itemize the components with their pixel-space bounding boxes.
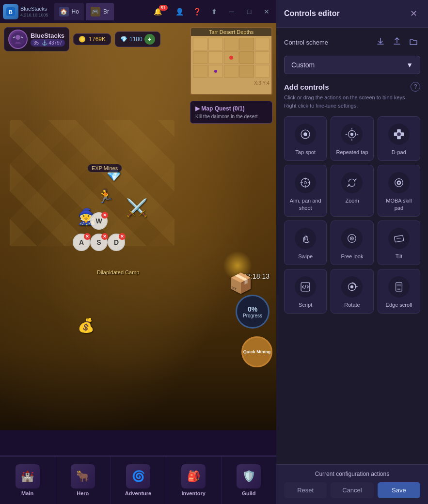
key-w-close[interactable]: ✕ [101,212,108,219]
nav-label-inventory: Inventory [181,490,206,496]
key-w[interactable]: W✕ [90,212,108,230]
player-avatar [8,30,28,49]
scheme-row: Control scheme [284,35,420,49]
progress-label: Progress [243,313,262,318]
key-s-close[interactable]: ✕ [101,233,108,240]
nav-icon-guild: 🛡️ [237,464,261,488]
panel-content: Control scheme [276,28,428,464]
control-dpad-label: D-pad [392,149,406,156]
tab-browser-label: Br [103,8,109,15]
free-look-icon [341,228,363,249]
control-aim-pan-shoot-label: Aim, pan and shoot [288,197,322,211]
nav-item-main[interactable]: 🏰 Main [0,457,55,504]
panel-footer: Current configuration actions Reset Canc… [276,464,428,504]
help-btn[interactable]: ❓ [190,5,204,18]
controls-grid: Tap spot Repeated tap [284,116,420,314]
panel-header: Controls editor ✕ [276,0,428,28]
add-controls-title: Add controls [284,83,329,91]
gold-display: 🪙 1769K [73,33,111,45]
close-window-btn[interactable]: ✕ [260,5,273,18]
scheme-download-btn[interactable] [374,35,387,49]
notification-btn[interactable]: 🔔51 [155,5,169,18]
control-tap-spot-label: Tap spot [295,149,316,156]
scheme-title: Control scheme [284,39,328,46]
svg-point-29 [350,285,353,288]
control-script[interactable]: Script [284,269,327,314]
account-btn[interactable]: 👤 [173,5,186,18]
quick-mining-btn[interactable]: Quick Mining [241,336,272,367]
add-controls-desc: Click or drag the actions on the screen … [284,94,420,110]
control-aim-pan-shoot[interactable]: Aim, pan and shoot [284,165,327,217]
scheme-upload-btn[interactable] [390,35,404,49]
nav-label-hero: Hero [77,490,89,496]
add-gems-btn[interactable]: + [144,34,155,45]
control-rotate[interactable]: Rotate [331,269,373,314]
control-tilt[interactable]: Tilt [378,220,420,265]
import-btn[interactable]: ⬆ [207,5,221,18]
nav-item-guild[interactable]: 🛡️ Guild [222,457,276,504]
gold-icon: 🪙 [79,36,86,43]
nav-label-adventure: Adventure [125,490,151,496]
character-sprite-3: 🏃 [97,188,114,204]
chest-sprite[interactable]: 📦 [229,272,253,295]
control-tap-spot[interactable]: Tap spot [284,116,327,161]
save-btn[interactable]: Save [378,482,420,498]
control-moba-skill-pad[interactable]: MOBA skill pad [378,165,420,217]
game-area[interactable]: BlueStacks 35 ⚓ 43797 🪙 1769K 💎 1180 + T… [0,23,276,430]
control-swipe-label: Swipe [298,253,313,260]
control-edge-scroll[interactable]: Edge scroll [378,269,420,314]
svg-point-7 [350,133,353,136]
gem-amount: 1180 [129,36,143,43]
key-a[interactable]: A✕ [73,234,90,251]
notification-count: 51 [159,5,168,11]
reset-btn[interactable]: Reset [284,482,327,498]
scheme-selected: Custom [291,61,315,69]
key-d[interactable]: D✕ [108,234,125,251]
app-version: 4.210.10.1005 [20,13,48,17]
control-free-look[interactable]: Free look [331,220,373,265]
add-controls-help[interactable]: ? [411,82,420,92]
control-repeated-tap[interactable]: Repeated tap [331,116,373,161]
cancel-btn[interactable]: Cancel [331,482,373,498]
svg-point-12 [397,132,401,136]
control-zoom-label: Zoom [345,197,359,204]
control-swipe[interactable]: Swipe [284,220,327,265]
nav-item-adventure[interactable]: 🌀 Adventure [111,457,166,504]
footer-buttons: Reset Cancel Save [284,482,420,498]
maximize-btn[interactable]: □ [242,5,256,18]
nav-icon-hero: 🐂 [71,464,95,488]
svg-rect-25 [394,235,404,242]
tap-spot-icon [295,124,316,145]
key-s[interactable]: S✕ [90,234,108,251]
nav-icon-adventure: 🌀 [126,464,150,488]
key-a-close[interactable]: ✕ [84,233,91,240]
tab-home[interactable]: 🏠 Ho [54,3,84,20]
camp-label: Dilapidated Camp [97,269,139,275]
scheme-dropdown-arrow: ▼ [406,61,413,69]
quest-description: Kill the daimons in the desert [195,114,267,119]
nav-icon-inventory: 🎒 [181,464,206,488]
player-name: BlueStacks [31,32,65,39]
repeated-tap-icon [341,124,363,145]
script-icon [295,276,316,298]
svg-point-21 [398,182,400,184]
player-info: BlueStacks 35 ⚓ 43797 [4,27,69,51]
tab-browser[interactable]: 🎮 Br [86,3,114,20]
control-dpad[interactable]: D-pad [378,116,420,161]
coins-sprite: 💰 [78,317,95,333]
edge-scroll-icon [388,276,410,298]
scheme-dropdown[interactable]: Custom ▼ [284,56,420,74]
nav-item-inventory[interactable]: 🎒 Inventory [166,457,222,504]
panel-close-btn[interactable]: ✕ [407,7,420,20]
svg-point-5 [303,132,307,136]
dpad-icon [388,124,410,145]
game-panel: B BlueStacks 4.210.10.1005 🏠 Ho 🎮 Br 🔔51… [0,0,276,504]
minimize-btn[interactable]: ─ [225,5,238,18]
control-rotate-label: Rotate [344,301,360,308]
key-d-close[interactable]: ✕ [119,233,126,240]
progress-widget[interactable]: 0% Progress [236,295,269,329]
nav-item-hero[interactable]: 🐂 Hero [55,457,111,504]
scheme-folder-btn[interactable] [407,35,420,49]
control-zoom[interactable]: Zoom [331,165,373,217]
svg-point-14 [304,182,307,184]
